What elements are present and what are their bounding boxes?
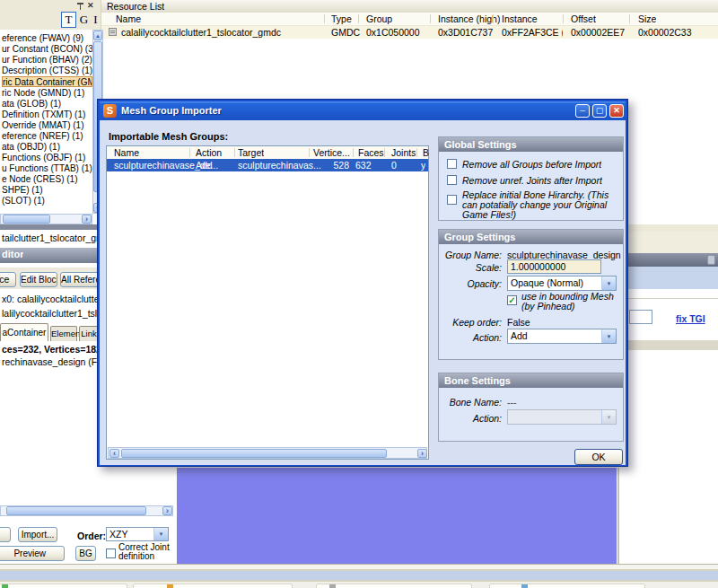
all-references-button[interactable]: All Refere — [60, 272, 101, 287]
remove-all-groups-checkbox[interactable] — [447, 159, 457, 169]
tree-item[interactable]: Functions (OBJF) (1) — [2, 153, 92, 163]
column-header-type[interactable]: Type — [331, 13, 352, 24]
importable-mesh-groups-label: Importable Mesh Groups: — [109, 131, 228, 142]
chevron-right-icon[interactable]: › — [417, 449, 427, 458]
chevron-down-icon[interactable]: ▼ — [601, 276, 616, 290]
mesh-preview-viewport[interactable] — [177, 468, 617, 564]
close-panel-icon[interactable]: ✕ — [87, 1, 94, 10]
column-header-group[interactable]: Group — [366, 13, 392, 24]
tree-item[interactable]: e Node (CRES) (1) — [2, 174, 92, 185]
resource-row[interactable]: calalilycocktailclutter1_tslocator_gmdc … — [101, 26, 718, 39]
replace-bone-hierarchy-checkbox[interactable] — [447, 195, 457, 205]
strip-band — [628, 267, 718, 289]
column-separator — [384, 148, 385, 157]
tree-item[interactable]: Definition (TXMT) (1) — [2, 110, 92, 120]
fix-tgi-link[interactable]: fix TGI — [676, 313, 705, 324]
tree-item-selected[interactable]: ric Data Container (GMDC) (1 — [2, 76, 92, 87]
keep-order-label: Keep order: — [442, 317, 502, 328]
mesh-column-extra[interactable]: B — [423, 147, 429, 158]
scale-input[interactable]: 1.000000000 — [507, 259, 601, 274]
preview-hscrollbar-thumb[interactable] — [6, 506, 146, 515]
resource-row-instance-high: 0x3D01C737 — [438, 27, 493, 38]
panel-button[interactable] — [707, 255, 715, 265]
dialog-titlebar[interactable]: S Mesh Group Importer ─ ▢ ✕ — [100, 101, 626, 120]
tab-datacontainer[interactable]: aContainer — [0, 323, 48, 341]
column-header-size[interactable]: Size — [638, 13, 656, 24]
taskbar-item[interactable] — [316, 584, 472, 588]
reference-button[interactable]: ence — [0, 272, 16, 287]
column-header-instance-high[interactable]: Instance (high) — [438, 13, 500, 24]
tree-item[interactable]: (SLOT) (1) — [2, 196, 92, 206]
tab-elements[interactable]: Elements — [50, 326, 77, 341]
tree-hscrollbar-thumb[interactable] — [3, 215, 50, 224]
taskbar-item[interactable] — [0, 584, 127, 588]
opacity-value: Opaque (Normal) — [511, 277, 583, 288]
close-button[interactable]: ✕ — [609, 104, 624, 118]
column-header-name[interactable]: Name — [116, 13, 141, 24]
mesh-column-joints[interactable]: Joints — [391, 147, 416, 158]
taskbar-item-icon — [167, 584, 173, 588]
opacity-select[interactable]: Opaque (Normal) ▼ — [507, 276, 617, 291]
mesh-group-row-selected[interactable]: sculpturechinavase_de... Add sculpturech… — [107, 159, 428, 171]
mesh-row-joints: 0 — [391, 160, 397, 171]
mesh-column-action[interactable]: Action — [196, 147, 222, 158]
chevron-right-icon[interactable]: › — [82, 215, 92, 224]
tree-horizontal-scrollbar[interactable]: › — [0, 214, 92, 224]
order-label: Order: — [77, 531, 106, 541]
tree-item[interactable]: eference (FWAV) (9) — [2, 33, 92, 44]
chevron-up-icon[interactable]: ▲ — [93, 31, 102, 40]
remove-unref-joints-checkbox[interactable] — [447, 175, 457, 185]
chevron-down-icon[interactable]: ▼ — [153, 528, 168, 540]
strip-band — [628, 224, 718, 232]
bone-settings-group: Bone Settings Bone Name: --- Action: ▼ — [438, 373, 624, 442]
toggle-button-t[interactable]: T — [61, 12, 76, 28]
pin-icon[interactable] — [76, 3, 84, 11]
bg-button[interactable]: BG — [75, 546, 96, 561]
mesh-column-name[interactable]: Name — [114, 147, 139, 158]
tree-item[interactable]: ur Constant (BCON) (3) — [2, 44, 92, 55]
chevron-down-icon[interactable]: ▼ — [601, 329, 616, 343]
tree-item[interactable]: ata (GLOB) (1) — [2, 99, 92, 110]
tree-item[interactable]: ric Node (GMND) (1) — [2, 88, 92, 99]
ok-button[interactable]: OK — [574, 449, 623, 465]
mesh-column-vertices[interactable]: Vertice... — [313, 147, 350, 158]
preview-horizontal-scrollbar[interactable]: › — [0, 505, 173, 516]
correct-joint-checkbox[interactable] — [106, 549, 116, 558]
column-header-instance[interactable]: Instance — [502, 13, 538, 24]
bounding-mesh-checkbox[interactable]: ✓ — [507, 295, 517, 305]
mesh-list-hscrollbar[interactable]: ‹ › — [108, 447, 427, 459]
tree-item[interactable]: SHPE) (1) — [2, 185, 92, 196]
tree-item[interactable]: eference (NREF) (1) — [2, 131, 92, 142]
column-header-offset[interactable]: Offset — [571, 13, 596, 24]
dialog-title: Mesh Group Importer — [121, 105, 222, 116]
chevron-right-icon[interactable]: › — [162, 506, 172, 515]
tree-item[interactable]: ata (OBJD) (1) — [2, 142, 92, 153]
maximize-button[interactable]: ▢ — [592, 104, 607, 118]
import-button[interactable]: Import... — [18, 527, 57, 542]
small-input[interactable] — [629, 310, 652, 324]
cut-off-button[interactable] — [0, 527, 11, 542]
edit-blocks-button[interactable]: Edit Blocks — [20, 272, 57, 287]
strip-band — [628, 340, 718, 350]
resource-row-type: GMDC — [331, 27, 360, 38]
preview-button[interactable]: Preview — [0, 546, 65, 561]
minimize-button[interactable]: ─ — [575, 104, 590, 118]
toggle-button-g[interactable]: G — [78, 12, 90, 28]
tree-item[interactable]: Description (CTSS) (1) — [2, 66, 92, 76]
replace-bone-hierarchy-label: Replace initial Bone Hirarchy. (This can… — [462, 190, 617, 220]
mesh-column-faces[interactable]: Faces — [358, 147, 384, 158]
tree-item[interactable]: u Functions (TTAB) (1) — [2, 163, 92, 174]
mesh-column-target[interactable]: Target — [238, 147, 264, 158]
tab-links[interactable]: Link — [79, 326, 99, 341]
order-select[interactable]: XZY ▼ — [106, 527, 169, 541]
taskbar-item[interactable] — [133, 584, 293, 588]
column-separator — [416, 148, 417, 157]
mesh-list-hscrollbar-thumb[interactable] — [121, 449, 387, 458]
tree-item[interactable]: ur Function (BHAV) (2) — [2, 55, 92, 66]
taskbar-item[interactable] — [489, 584, 645, 588]
tree-item[interactable]: Override (MMAT) (1) — [2, 120, 92, 131]
toggle-button-i[interactable]: I — [91, 12, 101, 28]
bone-action-select-disabled: ▼ — [507, 409, 617, 425]
chevron-left-icon[interactable]: ‹ — [109, 449, 119, 458]
group-action-select[interactable]: Add ▼ — [507, 329, 617, 344]
